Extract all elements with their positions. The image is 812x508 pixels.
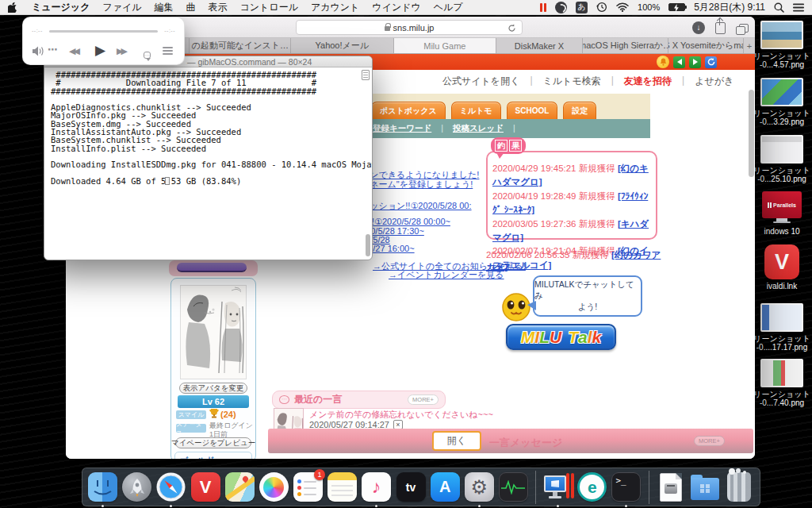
desktop-icon-screenshot-2[interactable]: リーンショット-0...3.29.png [750,78,812,126]
time-machine-icon[interactable] [596,2,607,13]
dock-app-store[interactable]: A [430,471,461,503]
play-button[interactable]: ▶ [95,42,105,59]
desktop-icon-windows10-vm[interactable]: Parallels indows 10 [750,191,812,236]
gold-section-title: ゴールド [174,452,252,459]
desktop-icon-screenshot-3[interactable]: リーンショット-0...25.10.png [750,135,812,183]
downloads-button[interactable]: ↓ [692,21,705,34]
menu-song[interactable]: 曲 [186,1,196,14]
back-icon[interactable] [673,56,685,68]
spotlight-icon[interactable] [774,2,784,13]
fast-forward-button[interactable]: ▶▶ [117,46,125,56]
trophy-icon [209,408,219,418]
menu-file[interactable]: ファイル [102,1,141,14]
battery-icon[interactable] [668,3,685,11]
dock-parallels-windows10[interactable] [542,471,573,503]
mypage-preview-button[interactable]: マイページをプレビュー [175,437,251,448]
desktop-icon-screenshot-5[interactable]: リーンショット-0...7.40.png [750,359,812,407]
dock-maps[interactable] [224,471,255,503]
menu-help[interactable]: ヘルプ [434,1,463,14]
purple-button[interactable] [177,263,247,272]
input-source-icon[interactable]: あ [576,2,588,13]
menu-account[interactable]: アカウント [311,1,359,14]
vivaldi-icon: V [764,244,799,279]
dock-safari[interactable] [155,471,186,503]
volume-icon[interactable] [33,46,44,56]
menu-window[interactable]: ウインドウ [372,1,420,14]
dock-reminders[interactable]: 1 [293,471,324,503]
open-button[interactable]: 開く [432,431,481,451]
tab-settings[interactable]: 設定 [563,102,596,119]
link-posted-threads[interactable]: 投稿スレッド [453,123,504,134]
dock-finder[interactable] [87,471,118,503]
desktop-icon-screenshot-4[interactable]: リーンショット-0....17.17.png [750,303,812,352]
browser-tab[interactable]: macOS High Sierraか… [583,38,669,53]
link-yosegaki[interactable]: よせがき [695,75,733,88]
milutalk-button[interactable]: MILUTalk [506,324,616,350]
new-tab-button[interactable]: + [744,38,755,53]
desktop-icon-screenshot-1[interactable]: リーンショット-0...4.57.png [750,21,812,69]
more-icon[interactable]: ⋯ [48,44,58,56]
refresh-icon[interactable] [705,56,717,68]
browser-tab[interactable]: OS X Yosemiteからma… [668,38,744,53]
dock-disk-image-document[interactable] [656,471,687,503]
dock-trash[interactable] [724,471,755,503]
queue-icon[interactable] [163,47,173,56]
link-milutomo-search[interactable]: ミルトモ検索 [543,75,601,88]
link-registered-keywords[interactable]: 登録キーワード [373,123,431,134]
dock-notes[interactable] [327,471,358,503]
dock-music[interactable]: ♪ [361,471,392,503]
browser-tab-active[interactable]: Milu Game [394,38,497,53]
dock-terminal[interactable]: >_ [611,471,642,503]
rewind-button[interactable]: ◀◀ [69,46,78,56]
dock-system-preferences[interactable]: ⚙ [464,471,495,503]
dock-eset[interactable]: e [576,471,607,503]
pause-bars-icon[interactable] [540,3,546,12]
desktop-icon-label: リーンショット-0...7.40.png [750,390,812,407]
terminal-scrollbar[interactable] [366,234,370,256]
link-open-official[interactable]: 公式サイトを開く [442,75,519,88]
browser-tab[interactable]: DiskMaker X [496,38,583,53]
tab-postbox[interactable]: ポストボックス [371,102,446,119]
menu-edit[interactable]: 編集 [155,1,174,14]
menubar-date[interactable]: 5月28日(木) 9:11 [694,1,765,14]
forward-icon[interactable] [689,56,701,68]
page-scrollbar[interactable] [749,90,754,177]
browser-tab[interactable]: Yahoo!メール [291,38,394,53]
site-tabs: ポストボックス ミルトモ SCHOOL 設定 [371,102,596,119]
dock-activity-monitor[interactable] [498,471,529,503]
menu-view[interactable]: 表示 [209,1,228,14]
apple-menu-icon[interactable] [8,2,17,13]
dock-divider [535,471,536,504]
link-invite-friends[interactable]: 友達を招待 [624,75,672,88]
dock-photos[interactable] [259,471,289,503]
address-bar[interactable]: sns.milu.jp [296,20,523,35]
tab-school[interactable]: SCHOOL [507,102,558,119]
dock: V 1 ♪ [82,468,760,506]
dock-tv[interactable]: tv [395,471,426,503]
progress-bar[interactable] [49,30,158,33]
dock-launchpad[interactable] [121,471,152,503]
more-button[interactable]: MORE+ [408,394,439,405]
dock-vivaldi[interactable]: V [190,471,221,503]
wifi-icon[interactable] [616,2,629,12]
swirl-menu-icon[interactable] [555,2,567,13]
menu-controls[interactable]: コントロール [240,1,298,14]
share-button[interactable] [715,22,726,34]
screenshot-thumbnail [760,78,803,106]
tab-overview-button[interactable] [736,24,747,33]
tab-milutomo[interactable]: ミルトモ [451,102,501,119]
change-avatar-button[interactable]: 表示アバタを変更 [179,383,247,394]
bell-icon[interactable] [657,56,669,68]
news-link[interactable]: ミッション!!①2020/5/28 00: [361,200,472,212]
browser-tab[interactable]: の起動可能なインスト… [190,38,291,53]
terminal-title: — gibMacOS.command — 80×24 [187,57,312,67]
notification-center-icon[interactable] [793,3,804,12]
dock-windows-folder[interactable] [690,471,721,503]
reload-icon[interactable] [508,24,516,33]
lyrics-icon[interactable]: ⋯ [144,52,151,59]
menu-music[interactable]: ミュージック [32,1,90,14]
news-link[interactable]: クネーム"を登録しましょう! [361,179,473,190]
desktop-icon-vivaldi-link[interactable]: V ivaldi.lnk [750,244,812,291]
screenshot-thumbnail [760,303,803,332]
band-more-button[interactable]: MORE+ [694,436,725,446]
